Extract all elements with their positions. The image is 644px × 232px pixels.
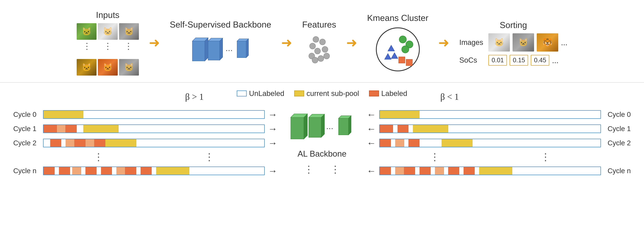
seg-orn2 bbox=[404, 167, 415, 175]
seg-wn1 bbox=[55, 167, 59, 175]
svg-point-17 bbox=[324, 53, 330, 59]
seg-yn bbox=[156, 167, 189, 175]
svg-marker-37 bbox=[348, 116, 351, 135]
features-stage: Features bbox=[302, 20, 336, 66]
bottom-section: β > 1 UnLabeled current sub-pool Labeled… bbox=[0, 86, 644, 232]
sort-img-2 bbox=[512, 33, 534, 52]
svg-marker-9 bbox=[246, 39, 248, 58]
arrow-2: ➜ bbox=[281, 36, 292, 49]
arrow-cn-right: ← bbox=[367, 165, 376, 176]
seg-or2a bbox=[380, 139, 391, 147]
soc-3: 0.45 bbox=[531, 55, 549, 66]
svg-rect-26 bbox=[399, 57, 405, 63]
arrow-1: ➜ bbox=[149, 36, 160, 49]
labeled-label: Labeled bbox=[381, 89, 407, 98]
labeled-box bbox=[369, 91, 379, 96]
seg-wn2 bbox=[70, 167, 72, 175]
cycle-1-left-label: Cycle 1 bbox=[13, 125, 40, 133]
seg-wn4 bbox=[96, 167, 101, 175]
kmeans-label: Kmeans Cluster bbox=[367, 13, 428, 23]
svg-rect-28 bbox=[290, 117, 304, 139]
seg-white-1b bbox=[118, 125, 264, 133]
labeled-legend: Labeled bbox=[369, 89, 407, 98]
seg-w2a bbox=[44, 139, 50, 147]
unlabeled-box bbox=[237, 91, 247, 96]
svg-point-20 bbox=[399, 36, 406, 43]
input-img-3 bbox=[119, 23, 139, 40]
svg-marker-33 bbox=[321, 114, 324, 137]
seg-lorn1 bbox=[395, 167, 404, 175]
svg-point-10 bbox=[313, 37, 319, 43]
svg-marker-2 bbox=[205, 38, 208, 61]
seg-orn3 bbox=[420, 167, 430, 175]
seg-w2c bbox=[136, 139, 264, 147]
seg-wrnf bbox=[512, 167, 600, 175]
dots-row-left: ⋮ ⋮ bbox=[13, 152, 277, 162]
features-svg bbox=[306, 33, 332, 66]
input-img-6 bbox=[119, 59, 139, 76]
seg-wr2d bbox=[472, 139, 600, 147]
cycle-2-left-bar bbox=[43, 139, 265, 147]
inputs-stage: Inputs ⋮ ⋮ ⋮ bbox=[77, 10, 139, 76]
arrow-c2-right: ← bbox=[367, 138, 376, 148]
seg-o2c bbox=[94, 139, 106, 147]
sorting-stage: Sorting Images ... SoCs 0.01 0.15 0.45 .… bbox=[459, 20, 567, 66]
seg-on5 bbox=[125, 167, 136, 175]
input-img-4 bbox=[77, 59, 96, 76]
seg-white-0 bbox=[83, 111, 264, 118]
seg-orn4 bbox=[448, 167, 459, 175]
svg-rect-3 bbox=[208, 41, 220, 60]
features-label: Features bbox=[302, 20, 336, 30]
arrow-c0-left: → bbox=[268, 109, 277, 120]
seg-on4 bbox=[101, 167, 112, 175]
legend: UnLabeled current sub-pool Labeled bbox=[237, 89, 407, 98]
arrow-c0-right: ← bbox=[367, 109, 376, 120]
seg-wr0 bbox=[420, 111, 600, 118]
seg-yr1 bbox=[413, 125, 448, 133]
beta-gt-label: β > 1 bbox=[185, 92, 204, 102]
seg-wrn1 bbox=[391, 167, 395, 175]
seg-yr2 bbox=[442, 139, 472, 147]
arrow-4: ➜ bbox=[438, 36, 449, 49]
svg-point-22 bbox=[402, 46, 409, 53]
seg-yellow-1 bbox=[83, 125, 118, 133]
top-section: Inputs ⋮ ⋮ ⋮ ➜ Self-Super bbox=[0, 0, 644, 82]
cycle-0-right-bar bbox=[379, 110, 601, 119]
cycle-n-left-label: Cycle n bbox=[13, 167, 40, 175]
cycle-row-0-left: Cycle 0 → bbox=[13, 109, 277, 120]
unlabeled-label: UnLabeled bbox=[249, 89, 284, 98]
svg-rect-0 bbox=[192, 41, 205, 61]
svg-point-19 bbox=[376, 28, 419, 71]
seg-wn6 bbox=[136, 167, 141, 175]
soc-1: 0.01 bbox=[488, 55, 507, 66]
input-img-5 bbox=[98, 59, 118, 76]
seg-or1a bbox=[380, 125, 393, 133]
seg-lo2b bbox=[86, 139, 94, 147]
socs-row-label: SoCs bbox=[459, 56, 486, 64]
cycle-0-left-label: Cycle 0 bbox=[13, 111, 40, 118]
al-backbone-label: AL Backbone bbox=[298, 149, 346, 159]
arrow-cn-left: → bbox=[268, 165, 277, 176]
cycle-row-0-right: ← Cycle 0 bbox=[367, 109, 631, 120]
seg-on2 bbox=[59, 167, 70, 175]
svg-point-11 bbox=[320, 39, 326, 45]
seg-wn7 bbox=[152, 167, 156, 175]
cycle-row-n-right: ← bbox=[367, 165, 631, 176]
cycles-left: Cycle 0 → Cycle 1 bbox=[13, 109, 277, 176]
sort-img-3 bbox=[537, 33, 558, 52]
cycle-1-right-bar bbox=[379, 124, 601, 133]
seg-wrn4 bbox=[444, 167, 448, 175]
seg-yrn bbox=[479, 167, 512, 175]
seg-on6 bbox=[140, 167, 152, 175]
seg-wr2c bbox=[420, 139, 442, 147]
svg-point-18 bbox=[312, 57, 318, 63]
seg-wr1a bbox=[393, 125, 398, 133]
seg-orange-1c bbox=[66, 125, 77, 133]
kmeans-stage: Kmeans Cluster bbox=[367, 13, 428, 73]
input-images-grid: ⋮ ⋮ ⋮ bbox=[77, 23, 139, 76]
seg-orange-1a bbox=[44, 125, 57, 133]
seg-o2a bbox=[50, 139, 61, 147]
seg-on3 bbox=[86, 167, 96, 175]
cycle-row-n-left: Cycle n bbox=[13, 165, 277, 176]
cycle-row-1-right: ← Cycle 1 bbox=[367, 123, 631, 134]
